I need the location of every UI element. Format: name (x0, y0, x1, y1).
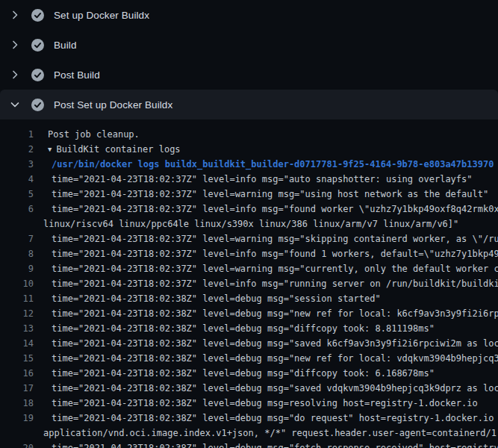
line-number[interactable]: 3 (0, 157, 34, 172)
line-number-empty (0, 426, 34, 441)
chevron-right-icon (9, 39, 21, 51)
log-text: time="2021-04-23T18:02:38Z" level=debug … (34, 366, 498, 381)
line-number[interactable]: 7 (0, 231, 34, 246)
log-text: time="2021-04-23T18:02:38Z" level=debug … (34, 381, 498, 396)
step-header-post-set-up-docker-buildx[interactable]: Post Set up Docker Buildx (0, 90, 498, 119)
line-number[interactable]: 4 (0, 172, 34, 187)
log-text: time="2021-04-23T18:02:37Z" level=info m… (34, 276, 498, 291)
log-group-toggle[interactable]: ▼BuildKit container logs (34, 142, 498, 157)
line-number[interactable]: 11 (0, 291, 34, 306)
log-line: 8time="2021-04-23T18:02:37Z" level=info … (0, 246, 498, 261)
log-line: 14time="2021-04-23T18:02:38Z" level=debu… (0, 336, 498, 351)
chevron-down-icon (9, 99, 21, 111)
log-line: 3/usr/bin/docker logs buildx_buildkit_bu… (0, 157, 498, 172)
line-number[interactable]: 18 (0, 396, 34, 411)
log-command-text: /usr/bin/docker logs buildx_buildkit_bui… (34, 157, 498, 172)
step-label: Build (54, 40, 77, 51)
log-text: time="2021-04-23T18:02:37Z" level=warnin… (34, 261, 498, 276)
line-number[interactable]: 5 (0, 187, 34, 202)
log-line: 7time="2021-04-23T18:02:37Z" level=warni… (0, 231, 498, 246)
log-text-wrapped: linux/riscv64 linux/ppc64le linux/s390x … (34, 217, 498, 231)
log-line-continuation: application/vnd.oci.image.index.v1+json,… (0, 426, 498, 441)
log-text: time="2021-04-23T18:02:38Z" level=debug … (34, 321, 498, 336)
log-line: 1Post job cleanup. (0, 127, 498, 142)
line-number[interactable]: 16 (0, 366, 34, 381)
line-number[interactable]: 9 (0, 261, 34, 276)
step-list: Set up Docker Buildx Build Post Build Po… (0, 0, 498, 119)
log-line: 15time="2021-04-23T18:02:38Z" level=debu… (0, 351, 498, 366)
log-line: 9time="2021-04-23T18:02:37Z" level=warni… (0, 261, 498, 276)
line-number[interactable]: 14 (0, 336, 34, 351)
log-text: time="2021-04-23T18:02:38Z" level=debug … (34, 306, 498, 321)
log-line: 20time="2021-04-23T18:02:38Z" level=debu… (0, 441, 498, 448)
log-text: time="2021-04-23T18:02:37Z" level=info m… (34, 172, 498, 187)
log-line: 6time="2021-04-23T18:02:37Z" level=info … (0, 202, 498, 217)
line-number[interactable]: 19 (0, 411, 34, 426)
log-line: 13time="2021-04-23T18:02:38Z" level=debu… (0, 321, 498, 336)
log-text-wrapped: application/vnd.oci.image.index.v1+json,… (34, 426, 498, 441)
log-text: time="2021-04-23T18:02:38Z" level=debug … (34, 351, 498, 366)
log-text: time="2021-04-23T18:02:37Z" level=info m… (34, 202, 498, 217)
step-label: Post Set up Docker Buildx (54, 99, 172, 111)
step-label: Set up Docker Buildx (54, 10, 149, 21)
log-text: time="2021-04-23T18:02:37Z" level=warnin… (34, 187, 498, 202)
log-line: 5time="2021-04-23T18:02:37Z" level=warni… (0, 187, 498, 202)
log-line-continuation: linux/riscv64 linux/ppc64le linux/s390x … (0, 217, 498, 231)
step-header-set-up-docker-buildx[interactable]: Set up Docker Buildx (0, 0, 498, 30)
log-line: 16time="2021-04-23T18:02:38Z" level=debu… (0, 366, 498, 381)
actions-log-viewer: Set up Docker Buildx Build Post Build Po… (0, 0, 498, 448)
chevron-right-icon (9, 69, 21, 81)
check-circle-icon (31, 99, 44, 111)
step-label: Post Build (54, 69, 100, 81)
log-area: 1Post job cleanup.2▼BuildKit container l… (0, 119, 498, 448)
check-circle-icon (31, 69, 44, 81)
line-number[interactable]: 12 (0, 306, 34, 321)
log-line: 17time="2021-04-23T18:02:38Z" level=debu… (0, 381, 498, 396)
line-number-empty (0, 217, 34, 231)
group-expanded-triangle-icon: ▼ (48, 142, 52, 157)
log-text: time="2021-04-23T18:02:38Z" level=debug … (34, 336, 498, 351)
step-header-post-build[interactable]: Post Build (0, 60, 498, 90)
log-line: 11time="2021-04-23T18:02:38Z" level=debu… (0, 291, 498, 306)
line-number[interactable]: 20 (0, 441, 34, 448)
step-header-build[interactable]: Build (0, 30, 498, 60)
log-text: time="2021-04-23T18:02:38Z" level=debug … (34, 396, 498, 411)
log-group-title: BuildKit container logs (56, 144, 180, 155)
log-text: time="2021-04-23T18:02:38Z" level=debug … (34, 411, 498, 426)
line-number[interactable]: 13 (0, 321, 34, 336)
log-line: 18time="2021-04-23T18:02:38Z" level=debu… (0, 396, 498, 411)
log-line: 10time="2021-04-23T18:02:37Z" level=info… (0, 276, 498, 291)
log-text: time="2021-04-23T18:02:37Z" level=info m… (34, 246, 498, 261)
log-text: Post job cleanup. (34, 127, 498, 142)
log-text: time="2021-04-23T18:02:37Z" level=warnin… (34, 231, 498, 246)
line-number[interactable]: 1 (0, 127, 34, 142)
line-number[interactable]: 6 (0, 202, 34, 217)
check-circle-icon (31, 39, 44, 52)
line-number[interactable]: 2 (0, 142, 34, 157)
log-line: 4time="2021-04-23T18:02:37Z" level=info … (0, 172, 498, 187)
line-number[interactable]: 15 (0, 351, 34, 366)
line-number[interactable]: 17 (0, 381, 34, 396)
check-circle-icon (31, 9, 44, 22)
chevron-right-icon (9, 9, 21, 21)
log-line: 19time="2021-04-23T18:02:38Z" level=debu… (0, 411, 498, 426)
log-text: time="2021-04-23T18:02:38Z" level=debug … (34, 441, 498, 448)
line-number[interactable]: 10 (0, 276, 34, 291)
log-line: 12time="2021-04-23T18:02:38Z" level=debu… (0, 306, 498, 321)
log-text: time="2021-04-23T18:02:38Z" level=debug … (34, 291, 498, 306)
log-line: 2▼BuildKit container logs (0, 142, 498, 157)
line-number[interactable]: 8 (0, 246, 34, 261)
